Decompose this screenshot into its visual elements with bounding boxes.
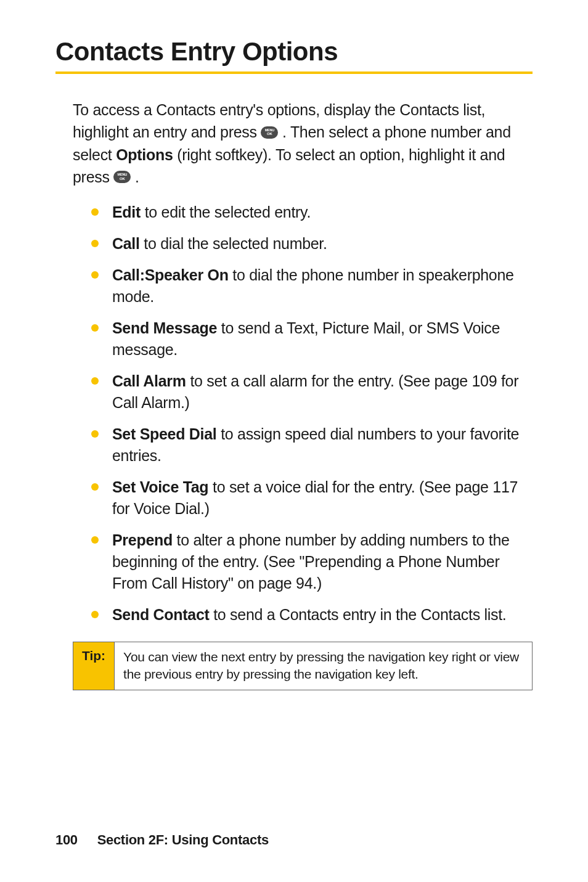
page-footer: 100 Section 2F: Using Contacts xyxy=(55,832,269,848)
list-item: Call:Speaker On to dial the phone number… xyxy=(91,264,533,308)
icon-ok-label: OK xyxy=(120,177,125,181)
section-title: Section 2F: Using Contacts xyxy=(97,832,269,847)
list-item: Call to dial the selected number. xyxy=(91,233,533,255)
option-label: Send Contact xyxy=(112,606,210,623)
list-item: Set Voice Tag to set a voice dial for th… xyxy=(91,476,533,520)
tip-box: Tip: You can view the next entry by pres… xyxy=(73,642,533,690)
list-item: Call Alarm to set a call alarm for the e… xyxy=(91,370,533,414)
intro-options-bold: Options xyxy=(116,146,173,163)
option-label: Set Voice Tag xyxy=(112,478,208,496)
option-label: Prepend xyxy=(112,531,173,549)
option-label: Send Message xyxy=(112,319,217,337)
list-item: Send Contact to send a Contacts entry in… xyxy=(91,604,533,626)
options-list: Edit to edit the selected entry. Call to… xyxy=(91,202,533,626)
tip-label: Tip: xyxy=(73,642,115,690)
menu-ok-icon: MENU OK xyxy=(113,171,131,183)
list-item: Send Message to send a Text, Picture Mai… xyxy=(91,317,533,361)
list-item: Prepend to alter a phone number by addin… xyxy=(91,529,533,594)
icon-ok-label: OK xyxy=(267,132,272,136)
page-number: 100 xyxy=(55,832,78,847)
page-heading: Contacts Entry Options xyxy=(55,37,533,67)
heading-underline xyxy=(55,71,533,74)
list-item: Set Speed Dial to assign speed dial numb… xyxy=(91,423,533,467)
intro-paragraph: To access a Contacts entry's options, di… xyxy=(73,99,533,188)
list-item: Edit to edit the selected entry. xyxy=(91,202,533,223)
menu-ok-icon: MENU OK xyxy=(261,126,278,139)
option-text: to send a Contacts entry in the Contacts… xyxy=(210,606,507,623)
option-label: Call Alarm xyxy=(112,372,186,390)
option-text: to edit the selected entry. xyxy=(141,203,311,221)
option-text: to dial the selected number. xyxy=(140,235,327,252)
intro-text-4: . xyxy=(135,168,139,186)
tip-body: You can view the next entry by pressing … xyxy=(115,642,532,690)
option-label: Set Speed Dial xyxy=(112,425,216,443)
option-label: Call xyxy=(112,235,140,252)
option-label: Call:Speaker On xyxy=(112,266,229,284)
option-label: Edit xyxy=(112,203,141,221)
